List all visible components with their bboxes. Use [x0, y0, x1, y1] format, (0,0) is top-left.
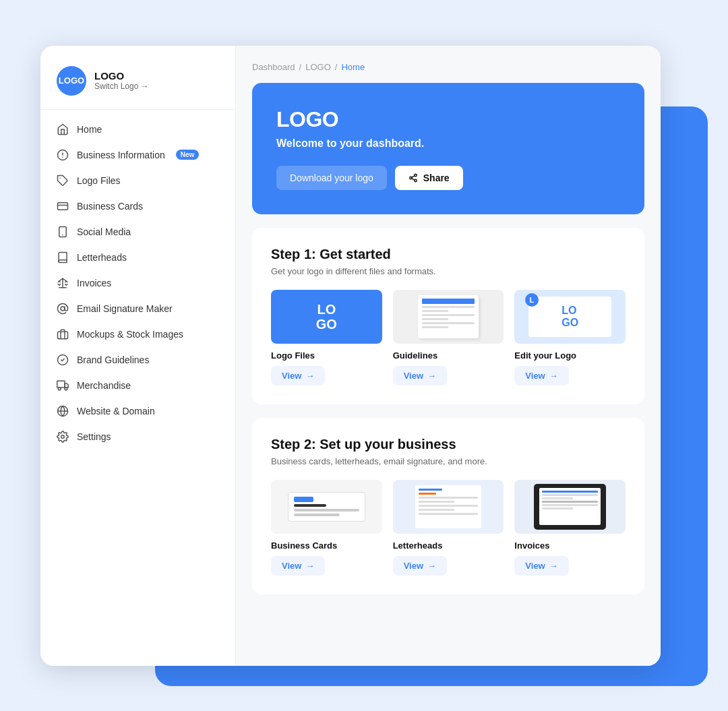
- sidebar-item-label-merchandise: Merchandise: [77, 380, 131, 391]
- step2-view-business-cards-button[interactable]: View →: [271, 556, 325, 576]
- phone-icon: [57, 226, 69, 238]
- sidebar-item-label-social-media: Social Media: [77, 226, 131, 237]
- edit-logo-bg: LOGO: [528, 297, 612, 337]
- info-icon: [57, 149, 69, 161]
- logo-files-thumbnail: LO GO: [271, 290, 382, 344]
- scales-icon: [57, 277, 69, 289]
- step1-item-logo-files-label: Logo Files: [271, 350, 315, 361]
- step2-items-grid: Business Cards View →: [271, 480, 626, 576]
- sidebar-item-letterheads[interactable]: Letterheads: [40, 245, 235, 270]
- step1-item-edit-logo: L LOGO Edit your Logo View →: [514, 290, 626, 385]
- logo-section: LOGO LOGO Switch Logo →: [40, 59, 235, 110]
- letterheads-thumbnail: [393, 480, 504, 534]
- sidebar-item-label-home: Home: [77, 124, 102, 135]
- sidebar-item-social-media[interactable]: Social Media: [40, 219, 235, 245]
- app-container: LOGO LOGO Switch Logo → Home: [40, 46, 688, 666]
- sidebar-item-label-logo-files: Logo Files: [77, 175, 121, 186]
- sidebar-item-label-settings: Settings: [77, 431, 111, 442]
- step2-view-letterheads-button[interactable]: View →: [393, 556, 447, 576]
- step2-item-business-cards-label: Business Cards: [271, 540, 337, 551]
- step2-view-invoices-button[interactable]: View →: [514, 556, 568, 576]
- step1-card: Step 1: Get started Get your logo in dif…: [252, 228, 644, 404]
- logo-info: LOGO Switch Logo →: [94, 70, 149, 91]
- sidebar-item-logo-files[interactable]: Logo Files: [40, 168, 235, 193]
- briefcase-icon: [57, 328, 69, 340]
- step2-item-letterheads-label: Letterheads: [393, 540, 443, 551]
- home-icon: [57, 123, 69, 135]
- sidebar-item-label-business-cards: Business Cards: [77, 201, 143, 212]
- sidebar-item-home[interactable]: Home: [40, 117, 235, 142]
- breadcrumb-item-dashboard[interactable]: Dashboard: [252, 62, 295, 72]
- breadcrumb: Dashboard / LOGO / Home: [252, 62, 644, 72]
- sidebar: LOGO LOGO Switch Logo → Home: [40, 46, 236, 666]
- tag-icon: [57, 175, 69, 187]
- business-cards-thumbnail: [271, 480, 382, 534]
- step1-item-guidelines-label: Guidelines: [393, 350, 437, 361]
- step1-desc: Get your logo in different files and for…: [271, 266, 626, 276]
- sidebar-nav: Home Business Information New Logo Files: [40, 117, 235, 450]
- logo-name: LOGO: [94, 70, 149, 82]
- new-badge: New: [176, 150, 200, 160]
- biz-card-mock: [288, 492, 365, 522]
- step1-view-guidelines-button[interactable]: View →: [393, 366, 447, 385]
- svg-line-23: [412, 175, 415, 177]
- breadcrumb-item-logo[interactable]: LOGO: [305, 62, 331, 72]
- sidebar-item-website[interactable]: Website & Domain: [40, 398, 235, 424]
- sidebar-item-brand-guidelines[interactable]: Brand Guidelines: [40, 347, 235, 373]
- svg-marker-13: [65, 383, 68, 388]
- step1-view-logo-files-button[interactable]: View →: [271, 366, 325, 385]
- step1-title: Step 1: Get started: [271, 247, 626, 262]
- sidebar-item-business-cards[interactable]: Business Cards: [40, 193, 235, 219]
- letterhead-doc-mock: [415, 485, 482, 528]
- step1-items-grid: LO GO Logo Files View →: [271, 290, 626, 385]
- guidelines-doc-mock: [418, 295, 479, 338]
- svg-line-22: [412, 178, 415, 179]
- step2-item-invoices: Invoices View →: [514, 480, 626, 576]
- gear-icon: [57, 431, 69, 443]
- arrow-icon: →: [549, 561, 558, 571]
- sidebar-item-label-business-information: Business Information: [77, 150, 165, 160]
- hero-title: LOGO: [276, 107, 620, 132]
- main-content: Dashboard / LOGO / Home LOGO Welcome to …: [236, 46, 661, 666]
- breadcrumb-separator-2: /: [335, 62, 338, 72]
- sidebar-item-business-information[interactable]: Business Information New: [40, 142, 235, 168]
- breadcrumb-item-home[interactable]: Home: [341, 62, 365, 72]
- arrow-icon: →: [305, 371, 314, 381]
- switch-logo-link[interactable]: Switch Logo →: [94, 82, 149, 91]
- sidebar-item-merchandise[interactable]: Merchandise: [40, 373, 235, 398]
- share-icon: [408, 173, 418, 183]
- step2-item-invoices-label: Invoices: [514, 540, 549, 551]
- main-card: LOGO LOGO Switch Logo → Home: [40, 46, 661, 666]
- card-icon: [57, 200, 69, 212]
- sidebar-item-label-website: Website & Domain: [77, 406, 155, 416]
- svg-point-18: [61, 435, 65, 438]
- step1-view-edit-logo-button[interactable]: View →: [514, 366, 568, 385]
- check-circle-icon: [57, 354, 69, 366]
- svg-rect-10: [58, 332, 68, 339]
- invoice-screen-mock: [539, 488, 601, 524]
- download-logo-button[interactable]: Download your logo: [276, 166, 387, 190]
- step2-item-letterheads: Letterheads View →: [393, 480, 504, 576]
- sidebar-item-label-mockups: Mockups & Stock Images: [77, 329, 183, 340]
- arrow-icon: →: [549, 371, 558, 381]
- sidebar-item-invoices[interactable]: Invoices: [40, 270, 235, 296]
- svg-rect-4: [58, 202, 68, 210]
- sidebar-item-label-letterheads: Letterheads: [77, 252, 127, 263]
- arrow-icon: →: [427, 371, 436, 381]
- arrow-icon: →: [427, 561, 436, 571]
- globe-icon: [57, 405, 69, 417]
- share-button[interactable]: Share: [395, 166, 463, 190]
- edit-badge: L: [525, 293, 539, 307]
- invoices-thumbnail: [514, 480, 626, 534]
- sidebar-item-label-invoices: Invoices: [77, 278, 111, 288]
- invoice-tablet-mock: [534, 484, 606, 530]
- sidebar-item-email-signature[interactable]: Email Signature Maker: [40, 296, 235, 321]
- hero-actions: Download your logo Share: [276, 166, 620, 190]
- sidebar-item-mockups[interactable]: Mockups & Stock Images: [40, 321, 235, 347]
- email-icon: [57, 303, 69, 315]
- step2-desc: Business cards, letterheads, email signa…: [271, 456, 626, 466]
- avatar: LOGO: [57, 66, 86, 96]
- step2-title: Step 2: Set up your business: [271, 437, 626, 452]
- step1-item-logo-files: LO GO Logo Files View →: [271, 290, 382, 385]
- sidebar-item-settings[interactable]: Settings: [40, 424, 235, 450]
